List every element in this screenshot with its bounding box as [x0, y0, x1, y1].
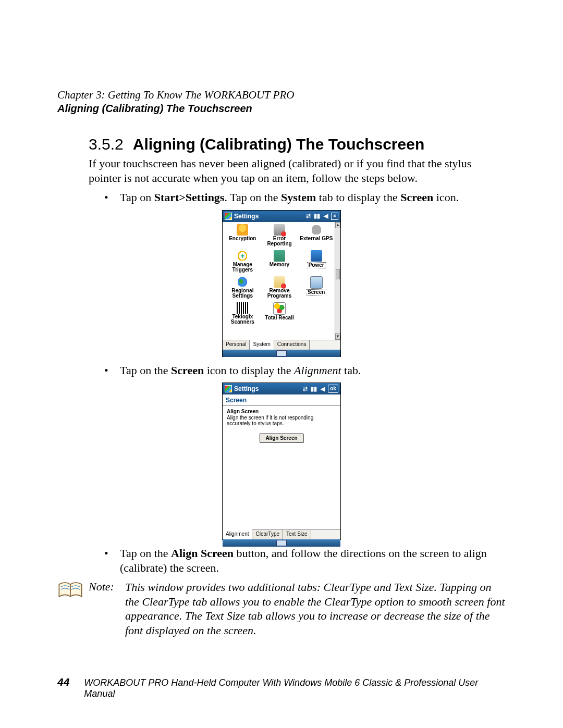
keyboard-icon[interactable]	[276, 540, 287, 546]
screenshot-settings-system: Settings ⇄ ▮▮ ◀ × Encryption Error Repor…	[222, 210, 341, 357]
close-icon[interactable]: ×	[331, 213, 338, 220]
icon-remove-programs[interactable]: Remove Programs	[262, 276, 298, 301]
chip-icon	[274, 250, 285, 262]
step-2: Tap on the Screen icon to display the Al…	[89, 363, 506, 378]
connectivity-icon[interactable]: ⇄	[301, 385, 309, 392]
icon-encryption[interactable]: Encryption	[225, 224, 261, 249]
plus-icon	[237, 250, 248, 262]
window-title: Settings	[234, 385, 259, 392]
icon-regional-settings[interactable]: Regional Settings	[225, 276, 261, 301]
screenshot-screen-alignment: Settings ⇄ ▮▮ ◀ ok Screen Align Screen A…	[222, 382, 341, 540]
window-titlebar: Settings ⇄ ▮▮ ◀ ok	[223, 383, 340, 394]
remove-icon	[274, 276, 285, 288]
start-flag-icon[interactable]	[225, 385, 232, 392]
icon-teklogix-scanners[interactable]: Teklogix Scanners	[225, 302, 261, 327]
tab-connections[interactable]: Connections	[274, 340, 310, 350]
volume-icon[interactable]: ◀	[319, 385, 326, 392]
tab-system[interactable]: System	[250, 340, 274, 350]
tab-cleartype[interactable]: ClearType	[252, 530, 283, 539]
keyboard-icon[interactable]	[276, 350, 287, 356]
step-list-3: Tap on the Align Screen button, and foll…	[89, 546, 506, 575]
tab-alignment[interactable]: Alignment	[223, 529, 252, 539]
step-3: Tap on the Align Screen button, and foll…	[89, 546, 506, 575]
tab-text-size[interactable]: Text Size	[283, 530, 311, 539]
signal-icon[interactable]: ▮▮	[313, 213, 321, 220]
icon-total-recall[interactable]: Total Recall	[262, 302, 298, 327]
error-icon	[274, 224, 285, 236]
align-subheading: Align Screen	[227, 409, 336, 414]
align-panel: Align Screen Align the screen if it is n…	[223, 406, 340, 529]
note-block: Note: This window provides two additiona…	[57, 580, 506, 637]
intro-paragraph: If your touchscreen has never been align…	[89, 156, 506, 185]
icon-power[interactable]: Power	[298, 250, 334, 275]
icon-external-gps[interactable]: External GPS	[298, 224, 334, 249]
manual-page: Chapter 3: Getting To Know The WORKABOUT…	[0, 0, 563, 728]
note-text: This window provides two additional tabs…	[125, 580, 506, 637]
screen-tabs: Alignment ClearType Text Size	[223, 529, 340, 539]
recall-icon	[273, 302, 286, 315]
align-description: Align the screen if it is not responding…	[227, 415, 336, 426]
globe-icon	[237, 276, 248, 288]
icon-error-reporting[interactable]: Error Reporting	[262, 224, 298, 249]
scroll-thumb[interactable]	[336, 269, 340, 279]
connectivity-icon[interactable]: ⇄	[304, 213, 312, 220]
tab-personal[interactable]: Personal	[223, 340, 250, 350]
signal-icon[interactable]: ▮▮	[310, 385, 317, 392]
settings-icon-grid: Encryption Error Reporting External GPS …	[223, 222, 335, 327]
icon-manage-triggers[interactable]: Manage Triggers	[225, 250, 261, 275]
icon-memory[interactable]: Memory	[262, 250, 298, 275]
volume-icon[interactable]: ◀	[322, 213, 329, 220]
icon-screen[interactable]: Screen	[298, 276, 334, 301]
scroll-up-arrow[interactable]: ▲	[335, 222, 340, 228]
page-number: 44	[57, 676, 69, 688]
gps-icon	[311, 224, 322, 236]
sip-taskbar	[223, 350, 340, 357]
footer-text: WORKABOUT PRO Hand-Held Computer With Wi…	[84, 677, 506, 699]
chapter-header: Chapter 3: Getting To Know The WORKABOUT…	[57, 89, 506, 102]
barcode-icon	[237, 302, 248, 314]
battery-icon	[311, 250, 322, 262]
chapter-subtitle: Aligning (Calibrating) The Touchscreen	[57, 103, 506, 115]
sip-taskbar	[223, 539, 340, 547]
lock-icon	[237, 224, 248, 236]
align-screen-button[interactable]: Align Screen	[260, 434, 303, 442]
settings-tabs: Personal System Connections	[223, 340, 340, 350]
window-title: Settings	[234, 213, 259, 220]
step-list-2: Tap on the Screen icon to display the Al…	[89, 363, 506, 378]
settings-body: Encryption Error Reporting External GPS …	[223, 222, 340, 340]
screen-icon	[310, 276, 323, 289]
note-label: Note:	[89, 580, 125, 594]
page-footer: 44 WORKABOUT PRO Hand-Held Computer With…	[57, 676, 506, 699]
start-flag-icon[interactable]	[225, 213, 232, 220]
section-title: Aligning (Calibrating) The Touchscreen	[133, 135, 424, 153]
section-number: 3.5.2	[89, 135, 124, 153]
panel-heading: Screen	[223, 394, 340, 404]
scroll-down-arrow[interactable]: ▼	[335, 334, 340, 340]
window-titlebar: Settings ⇄ ▮▮ ◀ ×	[223, 211, 340, 222]
step-1: Tap on Start>Settings. Tap on the System…	[89, 190, 506, 205]
vertical-scrollbar[interactable]: ▲ ▼	[335, 222, 340, 340]
step-list-1: Tap on Start>Settings. Tap on the System…	[89, 190, 506, 205]
book-icon	[57, 580, 83, 601]
ok-button[interactable]: ok	[328, 385, 338, 393]
section-heading: 3.5.2Aligning (Calibrating) The Touchscr…	[89, 135, 506, 153]
